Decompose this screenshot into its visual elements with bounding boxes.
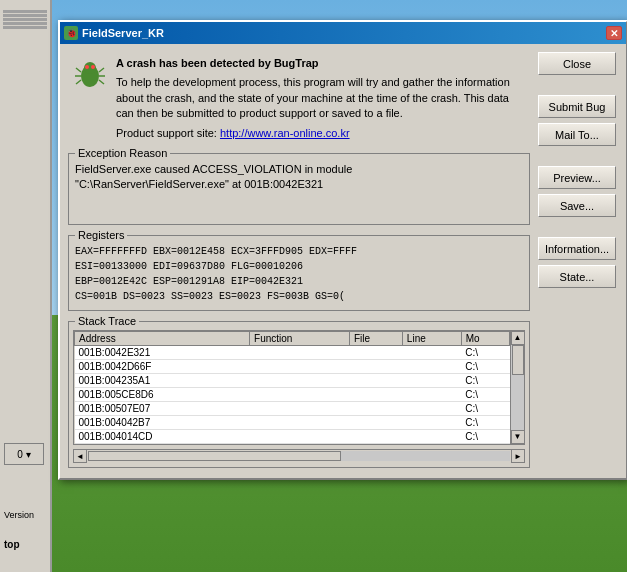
horizontal-scrollbar[interactable]: ◄ ► <box>73 449 525 463</box>
cell-function <box>250 401 350 415</box>
cell-module: C:\ <box>461 359 509 373</box>
product-line: Product support site: http://www.ran-onl… <box>116 126 526 141</box>
information-button[interactable]: Information... <box>538 237 616 260</box>
product-url[interactable]: http://www.ran-online.co.kr <box>220 127 350 139</box>
exception-line1: FieldServer.exe caused ACCESS_VIOLATION … <box>75 162 523 177</box>
bug-icon <box>72 56 108 92</box>
table-row: 001B:004014CD C:\ <box>75 429 510 443</box>
vertical-scrollbar[interactable]: ▲ ▼ <box>510 331 524 444</box>
registers-group: Registers EAX=FFFFFFFD EBX=0012E458 ECX=… <box>68 235 530 311</box>
header-section: A crash has been detected by BugTrap To … <box>68 52 530 145</box>
stack-trace-label: Stack Trace <box>75 315 139 327</box>
mail-to-button[interactable]: Mail To... <box>538 123 616 146</box>
header-description: To help the development process, this pr… <box>116 75 526 121</box>
state-button[interactable]: State... <box>538 265 616 288</box>
cell-module: C:\ <box>461 401 509 415</box>
cell-module: C:\ <box>461 387 509 401</box>
cell-file <box>349 401 402 415</box>
cell-line <box>402 373 461 387</box>
cell-line <box>402 387 461 401</box>
cell-line <box>402 415 461 429</box>
window-icon: 🐞 <box>64 26 78 40</box>
title-bar: 🐞 FieldServer_KR ✕ <box>60 22 626 44</box>
registers-label: Registers <box>75 229 127 241</box>
close-button[interactable]: Close <box>538 52 616 75</box>
svg-point-2 <box>85 65 89 69</box>
table-row: 001B:00507E07 C:\ <box>75 401 510 415</box>
table-row: 001B:004042B7 C:\ <box>75 415 510 429</box>
crash-title: A crash has been detected by BugTrap <box>116 56 526 71</box>
svg-line-7 <box>99 68 104 72</box>
window-title: FieldServer_KR <box>82 27 164 39</box>
cell-file <box>349 387 402 401</box>
cell-file <box>349 373 402 387</box>
exception-label: Exception Reason <box>75 147 170 159</box>
table-row: 001B:0042D66F C:\ <box>75 359 510 373</box>
scroll-down-arrow[interactable]: ▼ <box>511 430 525 444</box>
header-text: A crash has been detected by BugTrap To … <box>116 56 526 141</box>
scroll-up-arrow[interactable]: ▲ <box>511 331 525 345</box>
cell-function <box>250 359 350 373</box>
exception-line2: "C:\RanServer\FieldServer.exe" at 001B:0… <box>75 177 523 192</box>
window-close-button[interactable]: ✕ <box>606 26 622 40</box>
product-label: Product support site: <box>116 127 217 139</box>
preview-button[interactable]: Preview... <box>538 166 616 189</box>
cell-address: 001B:004042B7 <box>75 415 250 429</box>
scroll-left-arrow[interactable]: ◄ <box>73 449 87 463</box>
col-line: Line <box>402 331 461 345</box>
cell-module: C:\ <box>461 345 509 359</box>
table-row: 001B:0042E321 C:\ <box>75 345 510 359</box>
cell-function <box>250 373 350 387</box>
cell-line <box>402 429 461 443</box>
col-function: Function <box>250 331 350 345</box>
col-file: File <box>349 331 402 345</box>
cell-file <box>349 359 402 373</box>
submit-bug-button[interactable]: Submit Bug <box>538 95 616 118</box>
table-row: 001B:004235A1 C:\ <box>75 373 510 387</box>
reg-line1: EAX=FFFFFFFD EBX=0012E458 ECX=3FFFD905 E… <box>75 244 523 259</box>
buttons-panel: Close Submit Bug Mail To... Preview... S… <box>538 52 618 470</box>
cell-module: C:\ <box>461 373 509 387</box>
cell-line <box>402 345 461 359</box>
cell-address: 001B:004014CD <box>75 429 250 443</box>
reg-line2: ESI=00133000 EDI=09637D80 FLG=00010206 <box>75 259 523 274</box>
cell-line <box>402 401 461 415</box>
scroll-right-arrow[interactable]: ► <box>511 449 525 463</box>
cell-function <box>250 429 350 443</box>
cell-module: C:\ <box>461 415 509 429</box>
dropdown-widget[interactable]: 0 ▾ <box>4 443 44 465</box>
stack-table: Address Function File Line Mo 001B:0042E… <box>74 331 510 444</box>
cell-file <box>349 429 402 443</box>
save-button[interactable]: Save... <box>538 194 616 217</box>
cell-address: 001B:005CE8D6 <box>75 387 250 401</box>
cell-function <box>250 345 350 359</box>
table-row: 001B:005CE8D6 C:\ <box>75 387 510 401</box>
reg-line4: CS=001B DS=0023 SS=0023 ES=0023 FS=003B … <box>75 289 523 304</box>
col-module: Mo <box>461 331 509 345</box>
version-label: Version <box>4 510 46 520</box>
cell-address: 001B:0042E321 <box>75 345 250 359</box>
svg-line-6 <box>76 80 81 84</box>
cell-address: 001B:004235A1 <box>75 373 250 387</box>
main-dialog: 🐞 FieldServer_KR ✕ <box>58 20 627 480</box>
stack-trace-group: Stack Trace Address Function File Line M… <box>68 321 530 468</box>
svg-point-3 <box>91 65 95 69</box>
cell-module: C:\ <box>461 429 509 443</box>
cell-line <box>402 359 461 373</box>
stack-table-container: Address Function File Line Mo 001B:0042E… <box>73 330 525 445</box>
cell-file <box>349 415 402 429</box>
reg-line3: EBP=0012E42C ESP=001291A8 EIP=0042E321 <box>75 274 523 289</box>
cell-function <box>250 415 350 429</box>
exception-group: Exception Reason FieldServer.exe caused … <box>68 153 530 225</box>
col-address: Address <box>75 331 250 345</box>
registers-content: EAX=FFFFFFFD EBX=0012E458 ECX=3FFFD905 E… <box>75 240 523 304</box>
cell-address: 001B:00507E07 <box>75 401 250 415</box>
cell-address: 001B:0042D66F <box>75 359 250 373</box>
cell-file <box>349 345 402 359</box>
exception-content: FieldServer.exe caused ACCESS_VIOLATION … <box>75 158 523 218</box>
svg-line-9 <box>99 80 104 84</box>
cell-function <box>250 387 350 401</box>
svg-line-4 <box>76 68 81 72</box>
top-label: top <box>4 539 46 550</box>
